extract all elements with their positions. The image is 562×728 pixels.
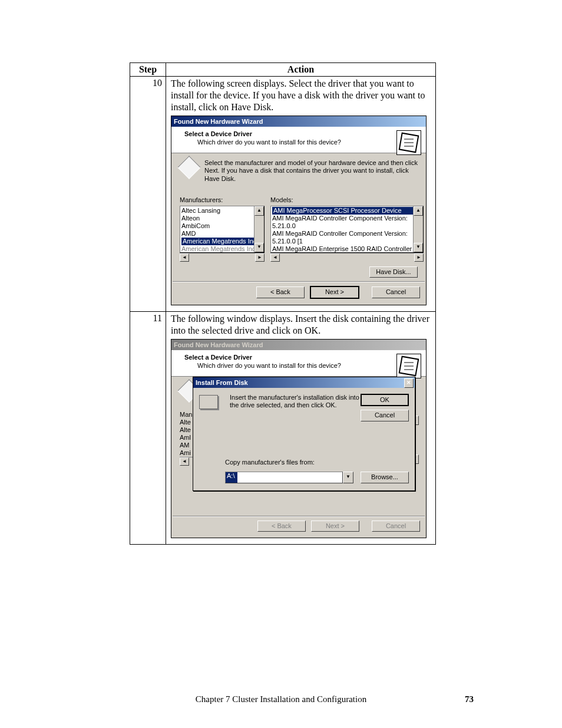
cancel-button[interactable]: Cancel <box>372 286 420 298</box>
action-cell-11: The following window displays. Insert th… <box>166 312 436 545</box>
hardware-wizard-dialog-inactive: Found New Hardware Wizard Select a Devic… <box>171 339 427 538</box>
action-cell-10: The following screen displays. Select th… <box>166 77 436 312</box>
wizard-titlebar: Found New Hardware Wizard <box>171 116 426 127</box>
dropdown-icon[interactable]: ▼ <box>343 472 353 483</box>
scroll-right-icon[interactable]: ► <box>414 253 424 262</box>
scroll-left-icon[interactable]: ◄ <box>180 253 189 262</box>
wizard-header: Select a Device Driver Which driver do y… <box>171 350 426 377</box>
models-label: Models: <box>270 196 424 205</box>
list-item[interactable]: Altec Lansing <box>181 207 263 215</box>
table-row: 11 The following window displays. Insert… <box>130 312 436 545</box>
page-footer: Chapter 7 Cluster Installation and Confi… <box>0 694 562 704</box>
scrollbar-horizontal[interactable]: ◄ ► <box>180 253 265 262</box>
col-action-header: Action <box>166 63 436 77</box>
list-item: AM <box>180 442 194 449</box>
scroll-down-icon[interactable]: ▼ <box>414 243 423 252</box>
browse-button[interactable]: Browse... <box>361 472 409 483</box>
scroll-left-icon[interactable]: ◄ <box>270 253 280 262</box>
list-item-selected[interactable]: AMI MegaProcessor SCSI Processor Device <box>272 207 422 215</box>
scroll-left-icon[interactable]: ◄ <box>180 457 189 466</box>
list-item[interactable]: AMI MegaRAID Controller Component Versio… <box>272 230 422 245</box>
scroll-right-icon[interactable]: ► <box>255 253 265 262</box>
list-item-selected[interactable]: American Megatrends Inc. <box>181 238 263 245</box>
cancel-button[interactable]: Cancel <box>361 410 409 421</box>
wizard-header-sub: Which driver do you want to install for … <box>184 139 421 147</box>
wizard-button-row: < Back Next > Cancel <box>171 282 426 305</box>
wizard-body: Select the manufacturer and model of you… <box>171 153 426 282</box>
wizard-header: Select a Device Driver Which driver do y… <box>171 127 426 153</box>
device-icon <box>396 354 421 378</box>
list-item[interactable]: American Megatrends Inc <box>181 245 263 253</box>
scrollbar-vertical[interactable]: ▲ ▼ <box>413 206 423 252</box>
manufacturers-label: Manufacturers: <box>180 196 265 205</box>
next-button-disabled: Next > <box>311 521 359 532</box>
path-input[interactable]: A:\ <box>225 472 343 483</box>
list-item[interactable]: AMD <box>181 230 263 238</box>
obscured-list-fragment: Mani Alte Alte Aml AM Ami <box>180 411 194 457</box>
table-row: 10 The following screen displays. Select… <box>130 77 436 312</box>
ok-button[interactable]: OK <box>361 394 409 407</box>
device-icon <box>396 130 421 155</box>
list-item: Alte <box>180 419 194 426</box>
install-dialog-title: Install From Disk <box>196 379 248 386</box>
wizard-header-title: Select a Device Driver <box>184 354 421 362</box>
list-item: Aml <box>180 434 194 442</box>
cancel-button-disabled: Cancel <box>372 521 420 532</box>
back-button-disabled: < Back <box>257 521 306 532</box>
list-item[interactable]: Alteon <box>181 215 263 222</box>
row10-intro: The following screen displays. Select th… <box>171 78 431 113</box>
wizard-button-row: < Back Next > Cancel <box>171 517 426 538</box>
close-icon[interactable]: ✕ <box>404 378 414 388</box>
list-item[interactable]: AMI MegaRAID Controller Component Versio… <box>272 215 422 230</box>
wizard-titlebar-inactive: Found New Hardware Wizard <box>171 340 426 350</box>
instruction-table: Step Action 10 The following screen disp… <box>130 62 436 545</box>
install-from-disk-dialog: Install From Disk ✕ Insert the manufactu… <box>193 377 415 491</box>
wizard-header-sub: Which driver do you want to install for … <box>184 362 421 370</box>
list-item: Alte <box>180 426 194 434</box>
scrollbar-horizontal[interactable]: ◄ ► <box>270 253 424 262</box>
have-disk-button[interactable]: Have Disk... <box>369 266 418 278</box>
copy-from-label: Copy manufacturer's files from: <box>225 459 315 467</box>
models-list[interactable]: AMI MegaProcessor SCSI Processor Device … <box>270 206 424 253</box>
floppy-icon <box>199 395 218 409</box>
step-number: 11 <box>130 312 166 545</box>
manufacturers-list[interactable]: Altec Lansing Alteon AmbiCom AMD America… <box>180 206 265 253</box>
list-item[interactable]: AMI MegaRAID Enterprise 1500 RAID Contro… <box>272 245 422 253</box>
scroll-down-icon[interactable]: ▼ <box>254 243 264 252</box>
wizard-instruction: Select the manufacturer and model of you… <box>204 159 418 183</box>
scroll-up-icon[interactable]: ▲ <box>414 206 423 216</box>
scroll-up-icon[interactable]: ▲ <box>254 206 264 216</box>
list-item[interactable]: AmbiCom <box>181 222 263 230</box>
row11-intro: The following window displays. Insert th… <box>171 313 431 337</box>
wizard-body: Mani Alte Alte Aml AM Ami ▲ ▼ ◄ <box>171 377 426 516</box>
manufacturers-label-cut: Mani <box>180 411 194 419</box>
install-dialog-titlebar: Install From Disk ✕ <box>193 377 415 388</box>
next-button[interactable]: Next > <box>310 286 359 299</box>
scrollbar-vertical[interactable]: ▲ ▼ <box>254 206 264 252</box>
hardware-wizard-dialog: Found New Hardware Wizard Select a Devic… <box>171 116 427 305</box>
list-item: Ami <box>180 449 194 457</box>
install-dialog-body: Insert the manufacturer's installation d… <box>193 388 415 490</box>
page-number: 73 <box>465 694 474 704</box>
step-number: 10 <box>130 77 166 312</box>
back-button[interactable]: < Back <box>256 286 305 298</box>
diamond-icon <box>177 156 201 179</box>
install-dialog-text: Insert the manufacturer's installation d… <box>230 394 364 410</box>
wizard-header-title: Select a Device Driver <box>184 130 421 139</box>
col-step-header: Step <box>130 63 166 77</box>
scrollbar-horizontal[interactable]: ◄ <box>180 457 193 466</box>
